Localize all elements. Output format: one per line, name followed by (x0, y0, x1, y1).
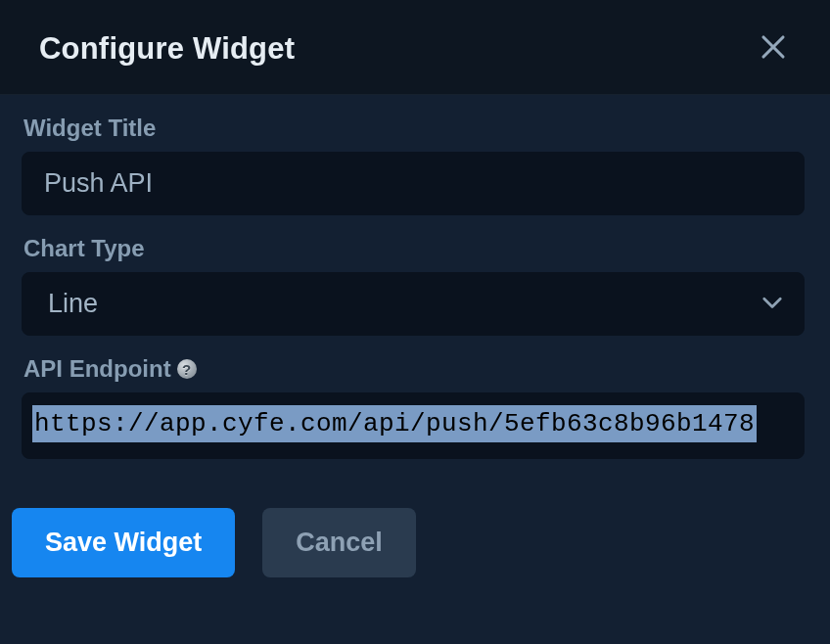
api-endpoint-field[interactable]: https://app.cyfe.com/api/push/5efb63c8b9… (22, 392, 805, 459)
widget-title-label: Widget Title (22, 115, 805, 142)
modal-footer: Save Widget Cancel (0, 498, 830, 617)
cancel-button[interactable]: Cancel (262, 508, 416, 577)
configure-widget-modal: Configure Widget Widget Title Chart Type… (0, 0, 830, 644)
modal-title: Configure Widget (39, 31, 295, 67)
chart-type-label: Chart Type (22, 235, 805, 262)
chart-type-select-wrapper: Line (22, 272, 805, 336)
chart-type-select[interactable]: Line (22, 272, 805, 336)
close-button[interactable] (756, 31, 791, 67)
widget-title-group: Widget Title (22, 115, 805, 215)
close-icon (759, 32, 788, 66)
chart-type-group: Chart Type Line (22, 235, 805, 336)
help-icon[interactable]: ? (177, 359, 197, 379)
api-endpoint-label: API Endpoint ? (22, 355, 805, 383)
widget-title-input[interactable] (22, 152, 805, 215)
api-endpoint-value[interactable]: https://app.cyfe.com/api/push/5efb63c8b9… (32, 405, 757, 442)
modal-body: Widget Title Chart Type Line API Endpoin… (0, 95, 830, 498)
api-endpoint-label-text: API Endpoint (23, 355, 171, 383)
api-endpoint-group: API Endpoint ? https://app.cyfe.com/api/… (22, 355, 805, 459)
modal-header: Configure Widget (0, 0, 830, 95)
save-widget-button[interactable]: Save Widget (12, 508, 235, 577)
